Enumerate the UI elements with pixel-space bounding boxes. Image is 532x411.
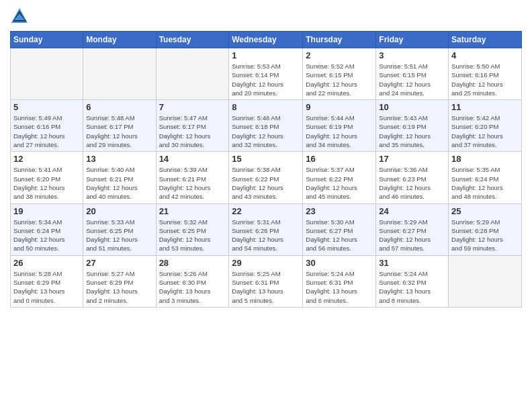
day-number: 21 — [159, 206, 226, 216]
day-info: Sunrise: 5:24 AMSunset: 6:31 PMDaylight:… — [306, 269, 373, 305]
day-info: Sunrise: 5:46 AMSunset: 6:18 PMDaylight:… — [232, 113, 300, 149]
week-row-3: 19Sunrise: 5:34 AMSunset: 6:24 PMDayligh… — [11, 203, 522, 255]
day-info: Sunrise: 5:50 AMSunset: 6:16 PMDaylight:… — [451, 62, 519, 97]
calendar-cell: 24Sunrise: 5:29 AMSunset: 6:27 PMDayligh… — [376, 203, 449, 255]
calendar-cell: 11Sunrise: 5:42 AMSunset: 6:20 PMDayligh… — [449, 100, 522, 152]
calendar-cell: 10Sunrise: 5:43 AMSunset: 6:19 PMDayligh… — [376, 100, 449, 152]
day-number: 4 — [451, 50, 519, 60]
calendar-cell: 12Sunrise: 5:41 AMSunset: 6:20 PMDayligh… — [11, 152, 83, 203]
day-number: 7 — [159, 102, 226, 112]
day-info: Sunrise: 5:33 AMSunset: 6:25 PMDaylight:… — [86, 218, 152, 253]
day-info: Sunrise: 5:47 AMSunset: 6:17 PMDaylight:… — [159, 113, 226, 149]
day-info: Sunrise: 5:51 AMSunset: 6:15 PMDaylight:… — [379, 62, 445, 97]
day-info: Sunrise: 5:52 AMSunset: 6:15 PMDaylight:… — [306, 62, 373, 97]
day-info: Sunrise: 5:38 AMSunset: 6:22 PMDaylight:… — [232, 165, 300, 201]
day-info: Sunrise: 5:30 AMSunset: 6:27 PMDaylight:… — [306, 218, 373, 253]
calendar-cell — [449, 255, 522, 307]
day-number: 19 — [13, 206, 80, 216]
day-number: 25 — [451, 206, 519, 216]
day-info: Sunrise: 5:43 AMSunset: 6:19 PMDaylight:… — [379, 113, 445, 149]
calendar-cell: 28Sunrise: 5:26 AMSunset: 6:30 PMDayligh… — [156, 255, 229, 307]
weekday-header-sunday: Sunday — [11, 32, 83, 48]
day-info: Sunrise: 5:53 AMSunset: 6:14 PMDaylight:… — [232, 62, 300, 97]
week-row-2: 12Sunrise: 5:41 AMSunset: 6:20 PMDayligh… — [11, 152, 522, 203]
weekday-header-friday: Friday — [376, 32, 449, 48]
calendar-cell: 17Sunrise: 5:36 AMSunset: 6:23 PMDayligh… — [376, 152, 449, 203]
day-number: 17 — [379, 154, 445, 164]
day-number: 15 — [232, 154, 300, 164]
day-info: Sunrise: 5:25 AMSunset: 6:31 PMDaylight:… — [232, 269, 300, 305]
week-row-4: 26Sunrise: 5:28 AMSunset: 6:29 PMDayligh… — [11, 255, 522, 307]
day-info: Sunrise: 5:29 AMSunset: 6:28 PMDaylight:… — [451, 218, 519, 253]
day-number: 5 — [13, 102, 80, 112]
day-info: Sunrise: 5:27 AMSunset: 6:29 PMDaylight:… — [86, 269, 152, 305]
logo — [10, 7, 32, 26]
day-info: Sunrise: 5:41 AMSunset: 6:20 PMDaylight:… — [13, 165, 80, 201]
day-number: 16 — [306, 154, 373, 164]
day-info: Sunrise: 5:28 AMSunset: 6:29 PMDaylight:… — [13, 269, 80, 305]
calendar-cell: 3Sunrise: 5:51 AMSunset: 6:15 PMDaylight… — [376, 48, 449, 100]
day-info: Sunrise: 5:36 AMSunset: 6:23 PMDaylight:… — [379, 165, 445, 201]
day-number: 26 — [13, 258, 80, 268]
day-number: 8 — [232, 102, 300, 112]
day-number: 10 — [379, 102, 445, 112]
calendar-cell: 27Sunrise: 5:27 AMSunset: 6:29 PMDayligh… — [83, 255, 156, 307]
calendar-cell: 26Sunrise: 5:28 AMSunset: 6:29 PMDayligh… — [11, 255, 83, 307]
day-info: Sunrise: 5:49 AMSunset: 6:16 PMDaylight:… — [13, 113, 80, 149]
day-number: 12 — [13, 154, 80, 164]
calendar-cell: 19Sunrise: 5:34 AMSunset: 6:24 PMDayligh… — [11, 203, 83, 255]
day-info: Sunrise: 5:40 AMSunset: 6:21 PMDaylight:… — [86, 165, 152, 201]
day-info: Sunrise: 5:24 AMSunset: 6:32 PMDaylight:… — [379, 269, 445, 305]
calendar-cell: 31Sunrise: 5:24 AMSunset: 6:32 PMDayligh… — [376, 255, 449, 307]
calendar-cell: 16Sunrise: 5:37 AMSunset: 6:22 PMDayligh… — [303, 152, 376, 203]
day-info: Sunrise: 5:42 AMSunset: 6:20 PMDaylight:… — [451, 113, 519, 149]
header — [10, 7, 522, 26]
day-number: 20 — [86, 206, 152, 216]
day-number: 18 — [451, 154, 519, 164]
calendar-cell: 6Sunrise: 5:48 AMSunset: 6:17 PMDaylight… — [83, 100, 156, 152]
weekday-header-wednesday: Wednesday — [229, 32, 303, 48]
logo-icon — [10, 7, 29, 26]
calendar-cell: 18Sunrise: 5:35 AMSunset: 6:24 PMDayligh… — [449, 152, 522, 203]
day-number: 6 — [86, 102, 152, 112]
day-info: Sunrise: 5:34 AMSunset: 6:24 PMDaylight:… — [13, 218, 80, 253]
calendar-cell — [83, 48, 156, 100]
day-info: Sunrise: 5:39 AMSunset: 6:21 PMDaylight:… — [159, 165, 226, 201]
day-number: 27 — [86, 258, 152, 268]
calendar-cell: 9Sunrise: 5:44 AMSunset: 6:19 PMDaylight… — [303, 100, 376, 152]
calendar-cell: 29Sunrise: 5:25 AMSunset: 6:31 PMDayligh… — [229, 255, 303, 307]
calendar-cell: 2Sunrise: 5:52 AMSunset: 6:15 PMDaylight… — [303, 48, 376, 100]
weekday-header-saturday: Saturday — [449, 32, 522, 48]
day-info: Sunrise: 5:48 AMSunset: 6:17 PMDaylight:… — [86, 113, 152, 149]
day-number: 1 — [232, 50, 300, 60]
calendar-cell: 14Sunrise: 5:39 AMSunset: 6:21 PMDayligh… — [156, 152, 229, 203]
day-number: 13 — [86, 154, 152, 164]
calendar-cell: 1Sunrise: 5:53 AMSunset: 6:14 PMDaylight… — [229, 48, 303, 100]
day-number: 24 — [379, 206, 445, 216]
weekday-header-monday: Monday — [83, 32, 156, 48]
calendar-cell: 8Sunrise: 5:46 AMSunset: 6:18 PMDaylight… — [229, 100, 303, 152]
calendar-cell: 22Sunrise: 5:31 AMSunset: 6:26 PMDayligh… — [229, 203, 303, 255]
calendar-cell — [11, 48, 83, 100]
day-number: 2 — [306, 50, 373, 60]
day-number: 30 — [306, 258, 373, 268]
calendar-cell: 7Sunrise: 5:47 AMSunset: 6:17 PMDaylight… — [156, 100, 229, 152]
day-info: Sunrise: 5:31 AMSunset: 6:26 PMDaylight:… — [232, 218, 300, 253]
day-number: 31 — [379, 258, 445, 268]
calendar-cell: 20Sunrise: 5:33 AMSunset: 6:25 PMDayligh… — [83, 203, 156, 255]
week-row-0: 1Sunrise: 5:53 AMSunset: 6:14 PMDaylight… — [11, 48, 522, 100]
calendar-cell: 25Sunrise: 5:29 AMSunset: 6:28 PMDayligh… — [449, 203, 522, 255]
calendar-cell: 5Sunrise: 5:49 AMSunset: 6:16 PMDaylight… — [11, 100, 83, 152]
week-row-1: 5Sunrise: 5:49 AMSunset: 6:16 PMDaylight… — [11, 100, 522, 152]
calendar-cell: 4Sunrise: 5:50 AMSunset: 6:16 PMDaylight… — [449, 48, 522, 100]
calendar-cell: 13Sunrise: 5:40 AMSunset: 6:21 PMDayligh… — [83, 152, 156, 203]
day-number: 11 — [451, 102, 519, 112]
calendar-cell — [156, 48, 229, 100]
weekday-header-row: SundayMondayTuesdayWednesdayThursdayFrid… — [11, 32, 522, 48]
weekday-header-thursday: Thursday — [303, 32, 376, 48]
calendar: SundayMondayTuesdayWednesdayThursdayFrid… — [10, 31, 522, 308]
day-info: Sunrise: 5:29 AMSunset: 6:27 PMDaylight:… — [379, 218, 445, 253]
calendar-cell: 21Sunrise: 5:32 AMSunset: 6:25 PMDayligh… — [156, 203, 229, 255]
page: SundayMondayTuesdayWednesdayThursdayFrid… — [0, 0, 532, 411]
day-info: Sunrise: 5:26 AMSunset: 6:30 PMDaylight:… — [159, 269, 226, 305]
